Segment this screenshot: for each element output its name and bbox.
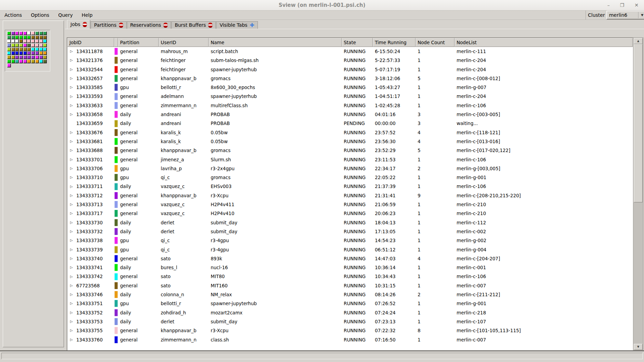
table-row[interactable]: ▷134333593generaladelmannspawner-jupyter… — [67, 92, 633, 101]
menu-help[interactable]: Help — [77, 11, 97, 20]
node-cell[interactable] — [19, 51, 23, 55]
node-cell[interactable] — [43, 32, 47, 35]
row-expander-icon[interactable]: ▷ — [70, 158, 74, 161]
node-cell[interactable] — [35, 36, 39, 39]
column-header-userid[interactable]: UserID — [159, 38, 209, 47]
column-header-nodelist[interactable]: NodeList — [455, 38, 633, 47]
node-cell[interactable] — [27, 32, 31, 35]
node-cell[interactable] — [11, 32, 15, 35]
table-row[interactable]: ▷134332657generalkhanppnavar_bgromacsRUN… — [67, 74, 633, 83]
tab-partitions[interactable]: Partitions — [91, 21, 127, 29]
row-expander-icon[interactable]: ▷ — [70, 194, 74, 197]
node-cell[interactable] — [7, 64, 11, 67]
table-row[interactable]: ▷134333712generalkhanppnavar_br3-XcpuRUN… — [67, 191, 633, 200]
node-cell[interactable] — [39, 43, 43, 47]
node-cell[interactable] — [35, 43, 39, 47]
table-row[interactable]: ▷134332544generalfeichtingerspawner-jupy… — [67, 65, 633, 74]
row-expander-icon[interactable]: ▷ — [70, 338, 74, 341]
visible-tabs-plus-icon[interactable]: ✚ — [250, 23, 254, 28]
tab-reservations[interactable]: Reservations — [127, 21, 171, 29]
table-row[interactable]: ▷67723568generalsatoMIT160RUNNING10:31:1… — [67, 281, 633, 290]
node-cell[interactable] — [27, 39, 31, 43]
row-expander-icon[interactable]: ▷ — [70, 140, 74, 143]
node-cell[interactable] — [27, 48, 31, 51]
node-cell[interactable] — [43, 43, 47, 47]
node-cell[interactable] — [27, 51, 31, 55]
node-cell[interactable] — [43, 51, 47, 55]
node-cell[interactable] — [31, 48, 35, 51]
table-row[interactable]: ▷134333752dailyzohdirad_hmozart2camxRUNN… — [67, 308, 633, 317]
node-cell[interactable] — [7, 39, 11, 43]
table-row[interactable]: ▷134321376generalfeichtingersubm-talos-m… — [67, 56, 633, 65]
node-cell[interactable] — [39, 32, 43, 35]
node-cell[interactable] — [23, 55, 27, 59]
row-expander-icon[interactable]: ▷ — [70, 86, 74, 89]
node-cell[interactable] — [27, 55, 31, 59]
table-row[interactable]: ▷134333713generalvazquez_cH2P4v411RUNNIN… — [67, 200, 633, 209]
row-expander-icon[interactable]: ▷ — [70, 59, 74, 62]
node-cell[interactable] — [15, 48, 19, 51]
row-expander-icon[interactable]: ▷ — [70, 203, 74, 206]
node-cell[interactable] — [39, 36, 43, 39]
row-expander-icon[interactable]: ▷ — [70, 50, 74, 53]
vertical-scrollbar[interactable]: ▲ ▼ — [633, 37, 643, 351]
node-cell[interactable] — [27, 43, 31, 47]
tab-visible-tabs[interactable]: Visible Tabs✚ — [216, 21, 258, 29]
chevron-down-icon[interactable]: ▼ — [639, 13, 644, 17]
table-row[interactable]: ▷134333732dailyderletsubmit_dayRUNNING17… — [67, 227, 633, 236]
row-expander-icon[interactable]: ▷ — [70, 257, 74, 260]
node-cell[interactable] — [35, 51, 39, 55]
table-row[interactable]: ▷134333755generalkhanppnavar_br3-XcpuRUN… — [67, 326, 633, 335]
node-cell[interactable] — [31, 43, 35, 47]
node-cell[interactable] — [7, 48, 11, 51]
node-cell[interactable] — [43, 48, 47, 51]
scroll-down-arrow-icon[interactable]: ▼ — [634, 344, 643, 350]
row-expander-icon[interactable]: ▷ — [70, 311, 74, 314]
table-row[interactable]: ▷134333753dailyderletsubmit_dayRUNNING07… — [67, 317, 633, 326]
node-cell[interactable] — [7, 51, 11, 55]
node-cell[interactable] — [39, 39, 43, 43]
table-row[interactable]: ▷134333738gpuqi_cr3-4gpuRUNNING14:54:231… — [67, 236, 633, 245]
node-cell[interactable] — [11, 43, 15, 47]
menu-query[interactable]: Query — [54, 11, 77, 20]
row-expander-icon[interactable]: ▷ — [70, 230, 74, 233]
node-cell[interactable] — [23, 60, 27, 63]
node-cell[interactable] — [19, 43, 23, 47]
node-cell[interactable] — [7, 36, 11, 39]
column-header-node-count[interactable]: Node Count — [416, 38, 455, 47]
row-expander-icon[interactable]: ▷ — [70, 320, 74, 323]
node-cell[interactable] — [15, 43, 19, 47]
remove-tab-icon[interactable] — [119, 23, 123, 28]
cluster-select[interactable]: merlin6 ▼ — [606, 11, 644, 20]
node-cell[interactable] — [31, 36, 35, 39]
table-row[interactable]: ▷134333751gpubellotti_rspawner-jupyterhu… — [67, 299, 633, 308]
node-cell[interactable] — [19, 55, 23, 59]
node-cell[interactable] — [35, 32, 39, 35]
remove-tab-icon[interactable] — [208, 23, 212, 28]
node-cell[interactable] — [23, 48, 27, 51]
row-expander-icon[interactable]: ▷ — [70, 95, 74, 98]
node-cell[interactable] — [15, 32, 19, 35]
node-cell[interactable] — [39, 51, 43, 55]
row-expander-icon[interactable]: ▷ — [70, 266, 74, 269]
scrollbar-thumb[interactable] — [634, 44, 643, 202]
table-row[interactable]: ▷134333746dailycolonna_nNM_relaxRUNNING0… — [67, 290, 633, 299]
row-expander-icon[interactable]: ▷ — [70, 104, 74, 107]
table-row[interactable]: ▷134333742generalsatoMIT80RUNNING10:34:4… — [67, 272, 633, 281]
column-header-name[interactable]: Name — [209, 38, 342, 47]
node-cell[interactable] — [31, 39, 35, 43]
menu-actions[interactable]: Actions — [0, 11, 26, 20]
table-row[interactable]: ▷134333585gpubellotti_r8x600_300_epochsR… — [67, 83, 633, 92]
table-row[interactable]: ▷134333659dailyandreaniPROBABPENDING00:0… — [67, 119, 633, 128]
table-row[interactable]: ▷134333717generalvazquez_cH2P4v410RUNNIN… — [67, 209, 633, 218]
row-expander-icon[interactable]: ▷ — [70, 176, 74, 179]
row-expander-icon[interactable]: ▷ — [70, 329, 74, 332]
table-row[interactable]: ▷134333760generalzimmermann_nclass.shRUN… — [67, 335, 633, 344]
table-row[interactable]: ▷134333706gpulavriha_pr3-2x4gpuRUNNING22… — [67, 164, 633, 173]
column-header-jobid[interactable]: JobID — [67, 38, 114, 47]
row-expander-icon[interactable]: ▷ — [70, 149, 74, 152]
column-header-time-running[interactable]: Time Running — [373, 38, 416, 47]
row-expander-icon[interactable]: ▷ — [70, 248, 74, 251]
node-cell[interactable] — [43, 36, 47, 39]
node-cell[interactable] — [19, 48, 23, 51]
